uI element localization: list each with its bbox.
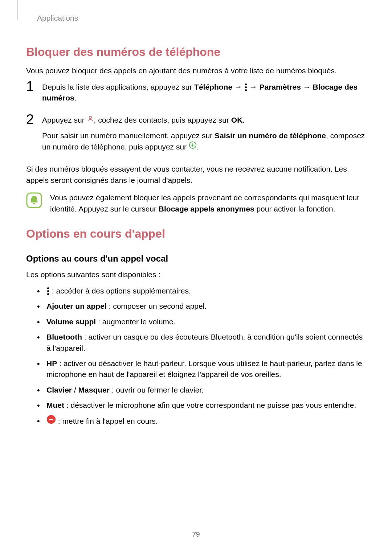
page-content: Bloquer des numéros de téléphone Vous po…	[26, 36, 366, 432]
block-numbers-intro: Vous pouvez bloquer des appels en ajouta…	[26, 65, 366, 76]
option-more-text: : accéder à des options supplémentaires.	[50, 287, 191, 295]
option-keyboard: Clavier / Masquer : ouvrir ou fermer le …	[37, 385, 366, 395]
option-add-rest: : composer un second appel.	[107, 302, 207, 310]
step-2-line2: Pour saisir un numéro manuellement, appu…	[42, 130, 366, 153]
option-kb-sep: /	[72, 386, 78, 394]
step1-end: .	[74, 94, 77, 102]
option-hp-bold: HP	[46, 359, 57, 368]
block-numbers-after: Si des numéros bloqués essayent de vous …	[26, 164, 366, 186]
block-numbers-steps: 1 Depuis la liste des applications, appu…	[26, 82, 366, 157]
step-number-1: 1	[26, 79, 42, 93]
option-add-bold: Ajouter un appel	[46, 302, 107, 310]
option-more: : accéder à des options supplémentaires.	[37, 286, 366, 296]
note-post: pour activer la fonction.	[254, 205, 335, 213]
header-rule	[17, 0, 18, 20]
call-options-intro: Les options suivantes sont disponibles :	[26, 269, 366, 280]
option-mute-bold: Muet	[46, 401, 64, 409]
note-text: Vous pouvez également bloquer les appels…	[50, 192, 366, 214]
call-options-list: : accéder à des options supplémentaires.…	[37, 286, 366, 428]
option-vol-rest: : augmenter le volume.	[96, 317, 175, 326]
option-bluetooth: Bluetooth : activer un casque ou des éco…	[37, 332, 366, 354]
option-bt-rest: : activer un casque ou des écouteurs Blu…	[46, 333, 363, 352]
end-call-icon	[46, 415, 56, 427]
step-1: 1 Depuis la liste des applications, appu…	[26, 82, 366, 108]
step1-pre: Depuis la liste des applications, appuye…	[42, 83, 194, 91]
step2-saisir: Saisir un numéro de téléphone	[215, 131, 326, 140]
step-2: 2 Appuyez sur , cochez des contacts, pui…	[26, 115, 366, 157]
step1-arrow2: →	[248, 83, 260, 91]
more-options-icon	[47, 287, 49, 295]
step2-l2-pre: Pour saisir un numéro manuellement, appu…	[42, 131, 215, 140]
step-1-text: Depuis la liste des applications, appuye…	[42, 82, 366, 104]
option-volume: Volume suppl : augmenter le volume.	[37, 316, 366, 327]
contact-icon	[87, 114, 94, 125]
step1-arrow3: →	[301, 83, 313, 91]
option-kb-b2: Masquer	[78, 386, 110, 394]
step1-telephone: Téléphone	[194, 83, 232, 91]
step2-pre: Appuyez sur	[42, 116, 87, 124]
more-options-icon	[245, 83, 247, 91]
option-kb-rest: : ouvrir ou fermer le clavier.	[110, 386, 204, 394]
step-2-line1: Appuyez sur , cochez des contacts, puis …	[42, 115, 366, 126]
option-add-call: Ajouter un appel : composer un second ap…	[37, 301, 366, 312]
step2-l2-end: .	[197, 143, 199, 151]
add-icon	[189, 141, 197, 152]
option-end-call: : mettre fin à l'appel en cours.	[37, 415, 366, 428]
heading-call-options: Options en cours d'appel	[26, 225, 366, 242]
option-vol-bold: Volume suppl	[46, 317, 96, 326]
option-kb-b1: Clavier	[46, 386, 72, 394]
step2-mid: , cochez des contacts, puis appuyez sur	[94, 116, 231, 124]
step2-end1: .	[242, 116, 245, 124]
step1-parametres: Paramètres	[259, 83, 301, 91]
option-hp-rest: : activer ou désactiver le haut-parleur.…	[46, 359, 362, 378]
note-row: Vous pouvez également bloquer les appels…	[26, 192, 366, 214]
breadcrumb: Applications	[37, 13, 78, 24]
page-number: 79	[0, 529, 392, 539]
note-bell-icon	[26, 192, 42, 208]
option-speaker: HP : activer ou désactiver le haut-parle…	[37, 358, 366, 380]
step1-arrow1: →	[232, 83, 244, 91]
option-mute-rest: : désactiver le microphone afin que votr…	[64, 401, 356, 409]
step-number-2: 2	[26, 112, 42, 126]
step2-ok: OK	[231, 116, 243, 124]
note-bold: Blocage appels anonymes	[159, 205, 254, 213]
option-end-text: : mettre fin à l'appel en cours.	[56, 417, 158, 425]
heading-block-numbers: Bloquer des numéros de téléphone	[26, 44, 366, 60]
option-mute: Muet : désactiver le microphone afin que…	[37, 400, 366, 411]
option-bt-bold: Bluetooth	[46, 333, 82, 341]
subheading-voice-call: Options au cours d'un appel vocal	[26, 253, 366, 265]
